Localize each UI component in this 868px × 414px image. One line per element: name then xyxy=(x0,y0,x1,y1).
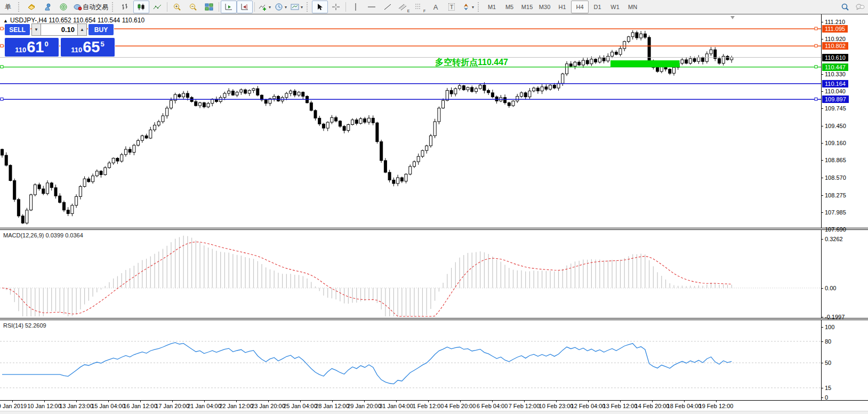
sell-price-point: 0 xyxy=(45,40,49,48)
text-label-button[interactable]: T xyxy=(444,1,460,13)
rsi-label: RSI(14) 52.2609 xyxy=(3,322,46,329)
symbol-triangle-icon: ▲ xyxy=(3,18,8,23)
templates-icon xyxy=(290,3,300,11)
new-order-button[interactable]: 单 xyxy=(0,1,16,13)
panel-divider[interactable] xyxy=(0,228,868,230)
rsi-chart[interactable] xyxy=(0,320,821,400)
history-icon xyxy=(27,3,36,11)
time-axis-tick xyxy=(300,400,301,402)
rsi-axis-tick xyxy=(821,341,823,342)
cursor-button[interactable] xyxy=(312,1,328,13)
volume-decrease-button[interactable]: ▼ xyxy=(31,23,41,36)
templates-button[interactable]: ▾ xyxy=(288,1,304,13)
price-axis-tick-label: 108.275 xyxy=(825,192,846,198)
panel-divider[interactable] xyxy=(0,318,868,320)
chart-shift-button[interactable] xyxy=(237,1,253,13)
price-axis-tick-label: 108.570 xyxy=(825,174,846,181)
arrows-button[interactable]: ▾ xyxy=(460,1,476,13)
macd-axis-tick xyxy=(821,317,823,317)
timeframe-button-H4[interactable]: H4 xyxy=(571,1,589,13)
cursor-icon xyxy=(315,3,325,11)
crosshair-button[interactable] xyxy=(328,1,344,13)
dropdown-caret: ▾ xyxy=(472,5,474,10)
timeframe-button-D1[interactable]: D1 xyxy=(589,1,606,13)
autotrading-icon xyxy=(73,3,83,11)
zoom-in-icon xyxy=(172,3,182,11)
timeframe-button-W1[interactable]: W1 xyxy=(606,1,624,13)
macd-chart[interactable] xyxy=(0,230,821,318)
vertical-line-button[interactable] xyxy=(348,1,364,13)
text-button[interactable]: A xyxy=(428,1,444,13)
community-icon[interactable] xyxy=(855,3,865,11)
buy-button[interactable]: BUY xyxy=(88,23,114,36)
sell-price-pips: 61 xyxy=(27,39,44,55)
auto-scroll-icon xyxy=(224,3,234,11)
sell-price-display[interactable]: 110 61 0 xyxy=(4,37,59,57)
rsi-axis-tick-label: 15 xyxy=(825,385,831,391)
zoom-in-button[interactable] xyxy=(169,1,185,13)
macd-axis-tick xyxy=(821,288,823,289)
news-button[interactable] xyxy=(55,1,71,13)
price-axis-tick xyxy=(821,74,823,75)
horizontal-line-button[interactable] xyxy=(364,1,380,13)
price-tag: 110.447 xyxy=(822,63,848,71)
price-axis-tick-label: 109.745 xyxy=(825,105,846,112)
zoom-out-button[interactable] xyxy=(185,1,201,13)
volume-increase-button[interactable]: ▲ xyxy=(77,23,87,36)
price-axis-tick-label: 110.330 xyxy=(825,71,846,77)
publisher-button[interactable] xyxy=(39,1,55,13)
chart-shift-icon xyxy=(240,3,250,11)
timeframe-button-H1[interactable]: H1 xyxy=(553,1,571,13)
tile-windows-button[interactable] xyxy=(201,1,217,13)
line-chart-button[interactable] xyxy=(149,1,165,13)
fibonacci-button[interactable]: F xyxy=(412,1,428,13)
time-axis-tick xyxy=(428,400,429,402)
chart-window: ▲USDJPY-,H4 110.652 110.654 110.544 110.… xyxy=(0,14,868,411)
bar-chart-button[interactable] xyxy=(117,1,133,13)
candlestick-chart-button[interactable] xyxy=(133,1,149,13)
time-axis-tick xyxy=(172,400,173,402)
autotrading-button[interactable]: 自动交易 xyxy=(71,1,110,13)
time-axis-tick xyxy=(492,400,493,402)
candlestick-chart-icon xyxy=(136,3,146,11)
rsi-axis-tick-label: 0 xyxy=(825,394,828,401)
volume-input[interactable]: 0.10 xyxy=(41,23,77,36)
text-icon: A xyxy=(433,3,438,11)
periods-button[interactable]: ▾ xyxy=(272,1,288,13)
rsi-axis-tick-label: 80 xyxy=(825,338,831,345)
auto-scroll-button[interactable] xyxy=(221,1,237,13)
time-axis-tick xyxy=(524,400,525,402)
time-axis-tick xyxy=(268,400,269,402)
price-axis-frame xyxy=(821,14,822,400)
price-chart[interactable] xyxy=(0,15,821,228)
history-center-button[interactable] xyxy=(23,1,39,13)
indicators-button[interactable]: ▾ xyxy=(256,1,272,13)
time-axis-tick xyxy=(108,400,109,402)
new-order-label: 单 xyxy=(5,3,11,12)
time-axis-tick xyxy=(684,400,685,402)
price-axis-tick xyxy=(821,178,823,178)
trendline-button[interactable] xyxy=(380,1,396,13)
sell-button[interactable]: SELL xyxy=(4,23,30,36)
timeframe-label: M15 xyxy=(521,4,533,10)
price-tag: 111.095 xyxy=(822,25,848,33)
price-axis-tick-label: 110.040 xyxy=(825,88,846,94)
search-icon[interactable] xyxy=(840,3,850,11)
channel-button[interactable]: E xyxy=(396,1,412,13)
channel-tag: E xyxy=(407,9,410,13)
timeframe-button-M5[interactable]: M5 xyxy=(501,1,518,13)
price-axis-tick xyxy=(821,229,823,230)
timeframe-button-M1[interactable]: M1 xyxy=(483,1,501,13)
timeframe-label: M1 xyxy=(488,4,496,10)
timeframe-button-MN[interactable]: MN xyxy=(624,1,641,13)
timeframe-button-M30[interactable]: M30 xyxy=(536,1,553,13)
price-tag: 110.610 xyxy=(822,54,848,61)
rsi-axis-tick xyxy=(821,388,823,388)
price-axis-tick-label: 109.450 xyxy=(825,123,846,129)
timeframe-button-M15[interactable]: M15 xyxy=(518,1,536,13)
price-axis-tick-label: 109.160 xyxy=(825,140,846,146)
time-axis-tick xyxy=(396,400,397,402)
zoom-out-icon xyxy=(188,3,198,11)
buy-price-display[interactable]: 110 65 5 xyxy=(60,37,115,57)
timeframe-label: M30 xyxy=(539,4,550,10)
